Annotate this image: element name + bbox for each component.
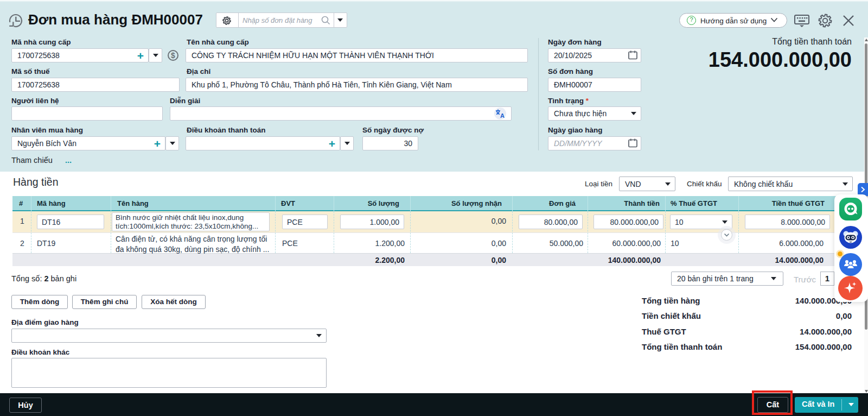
svg-text:A: A bbox=[500, 112, 505, 119]
